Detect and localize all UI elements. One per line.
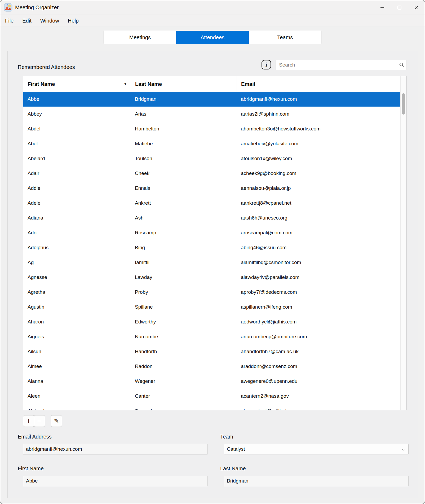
app-icon — [4, 3, 12, 12]
table-row[interactable]: Ado Roscamp aroscampal@com.com — [23, 225, 400, 240]
menu-edit[interactable]: Edit — [22, 18, 31, 24]
table-row[interactable]: Aigneis Nurcombe anurcombecp@omniture.co… — [23, 329, 400, 344]
table-row[interactable]: Aleen Canter acantern2@nasa.gov — [23, 389, 400, 404]
menu-window[interactable]: Window — [40, 18, 59, 24]
table-row[interactable]: Alejandra Tancock atancocknd@miitbeian.g… — [23, 404, 400, 410]
window-title: Meeting Organizer — [15, 5, 59, 11]
table-row[interactable]: Abel Matiebe amatiebeiv@yolasite.com — [23, 136, 400, 151]
cell-first-name: Aleen — [23, 393, 131, 399]
cell-last-name: Bing — [131, 245, 237, 251]
email-address-field[interactable] — [23, 444, 208, 454]
cell-email: aspillanern@ifeng.com — [237, 304, 400, 310]
table-row[interactable]: Addie Ennals aennalsou@plala.or.jp — [23, 181, 400, 196]
cell-first-name: Aimee — [23, 363, 131, 369]
menu-file[interactable]: File — [5, 18, 14, 24]
table-row[interactable]: Ailsun Handforth ahandforthh7@cam.ac.uk — [23, 344, 400, 359]
cell-last-name: Tancock — [131, 408, 237, 410]
minimize-button[interactable] — [374, 0, 391, 15]
table-row[interactable]: Agustin Spillane aspillanern@ifeng.com — [23, 300, 400, 314]
table-row[interactable]: Aimee Raddon araddonr@comsenz.com — [23, 359, 400, 374]
scrollbar-thumb[interactable] — [402, 93, 405, 115]
table-row[interactable]: Agretha Proby aproby7f@dedecms.com — [23, 285, 400, 300]
cell-email: anurcombecp@omniture.com — [237, 334, 400, 340]
close-button[interactable] — [408, 0, 425, 15]
tab-teams[interactable]: Teams — [249, 31, 321, 44]
table-row[interactable]: Ag Iamittii aiamittiibq@csmonitor.com — [23, 255, 400, 270]
remove-attendee-button[interactable]: − — [34, 415, 45, 427]
close-icon — [414, 6, 418, 10]
maximize-button[interactable] — [391, 0, 408, 15]
cell-last-name: Lawday — [131, 274, 237, 280]
table-row[interactable]: Adolphus Bing abing46@issuu.com — [23, 240, 400, 255]
cell-first-name: Addie — [23, 185, 131, 191]
minus-icon: − — [37, 417, 42, 425]
tab-attendees[interactable]: Attendees — [176, 31, 249, 44]
search-input[interactable] — [276, 60, 397, 70]
email-address-label: Email Address — [18, 434, 52, 440]
cell-email: ahambelton3o@howstuffworks.com — [237, 126, 400, 132]
cell-last-name: Toulson — [131, 156, 237, 161]
table-row[interactable]: Adele Ankrett aankrettj8@cpanel.net — [23, 196, 400, 211]
cell-email: awegenere0@upenn.edu — [237, 378, 400, 384]
cell-first-name: Ag — [23, 260, 131, 265]
cell-first-name: Abelard — [23, 156, 131, 161]
edit-attendee-button[interactable]: ✎ — [51, 415, 62, 427]
cell-email: aiamittiibq@csmonitor.com — [237, 260, 400, 265]
tab-strip: Meetings Attendees Teams — [104, 31, 321, 44]
menu-bar: File Edit Window Help — [0, 15, 425, 27]
cell-last-name: Raddon — [131, 363, 237, 369]
cell-first-name: Agustin — [23, 304, 131, 310]
table-body: Abbe Bridgman abridgmanfi@hexun.com Abbe… — [23, 92, 400, 410]
cell-last-name: Cheek — [131, 170, 237, 176]
attendees-table: First Name ▼ Last Name Email Abbe Bridgm… — [23, 76, 406, 410]
column-header-last-name[interactable]: Last Name — [131, 76, 237, 92]
page-title: Remembered Attendees — [18, 64, 75, 70]
cell-first-name: Agnesse — [23, 274, 131, 280]
cell-last-name: Bridgman — [131, 96, 237, 102]
cell-last-name: Wegener — [131, 378, 237, 384]
column-header-first-name[interactable]: First Name ▼ — [23, 76, 131, 92]
team-label: Team — [220, 434, 233, 440]
cell-first-name: Agretha — [23, 289, 131, 295]
table-row[interactable]: Abbe Bridgman abridgmanfi@hexun.com — [23, 92, 400, 107]
table-row[interactable]: Alanna Wegener awegenere0@upenn.edu — [23, 374, 400, 389]
info-button[interactable]: i — [262, 60, 271, 69]
table-row[interactable]: Aharon Edworthy aedworthycl@jiathis.com — [23, 314, 400, 329]
cell-first-name: Ailsun — [23, 349, 131, 354]
cell-first-name: Adair — [23, 170, 131, 176]
cell-last-name: Ennals — [131, 185, 237, 191]
table-row[interactable]: Abelard Toulson atoulson1x@wiley.com — [23, 151, 400, 166]
vertical-scrollbar[interactable] — [400, 76, 406, 410]
table-row[interactable]: Adiana Ash aash6h@unesco.org — [23, 211, 400, 225]
cell-email: aedworthycl@jiathis.com — [237, 319, 400, 325]
table-row[interactable]: Abdel Hambelton ahambelton3o@howstuffwor… — [23, 121, 400, 136]
tab-meetings[interactable]: Meetings — [104, 31, 176, 44]
cell-email: atancocknd@miitbeian.gov.cn — [237, 408, 400, 410]
cell-email: aankrettj8@cpanel.net — [237, 200, 400, 206]
cell-email: amatiebeiv@yolasite.com — [237, 141, 400, 147]
cell-last-name: Arias — [131, 111, 237, 117]
table-header: First Name ▼ Last Name Email — [23, 76, 400, 92]
team-select[interactable]: Catalyst — [224, 444, 409, 454]
table-row[interactable]: Abbey Arias aarias2i@sphinn.com — [23, 107, 400, 121]
first-name-field[interactable] — [23, 476, 208, 486]
cell-email: abing46@issuu.com — [237, 245, 400, 251]
column-header-email[interactable]: Email — [237, 76, 400, 92]
title-bar: Meeting Organizer — [0, 0, 425, 15]
cell-email: acheek9g@booking.com — [237, 170, 400, 176]
table-row[interactable]: Adair Cheek acheek9g@booking.com — [23, 166, 400, 181]
cell-first-name: Ado — [23, 230, 131, 236]
cell-last-name: Matiebe — [131, 141, 237, 147]
pencil-icon: ✎ — [54, 418, 59, 425]
table-toolbar: + − ✎ — [23, 415, 62, 427]
cell-first-name: Adiana — [23, 215, 131, 221]
menu-help[interactable]: Help — [68, 18, 79, 24]
last-name-field[interactable] — [224, 476, 409, 486]
table-row[interactable]: Agnesse Lawday alawday4v@parallels.com — [23, 270, 400, 285]
cell-first-name: Alanna — [23, 378, 131, 384]
cell-email: ahandforthh7@cam.ac.uk — [237, 349, 400, 354]
cell-first-name: Alejandra — [23, 408, 131, 410]
add-attendee-button[interactable]: + — [23, 415, 34, 427]
cell-last-name: Ankrett — [131, 200, 237, 206]
cell-last-name: Spillane — [131, 304, 237, 310]
